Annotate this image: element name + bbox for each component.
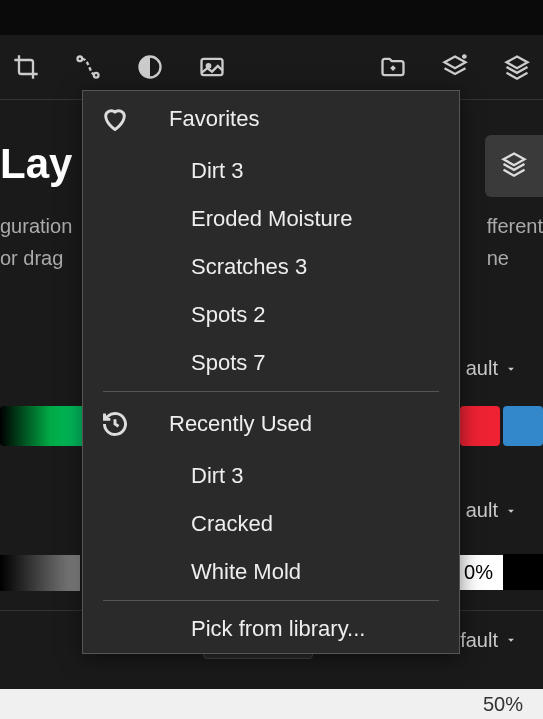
timeline-bar[interactable]: 50%: [0, 689, 543, 719]
gray-gradient[interactable]: [0, 555, 80, 591]
crop-icon[interactable]: [10, 51, 42, 83]
menu-item-white-mold[interactable]: White Mold: [83, 548, 459, 596]
resource-picker-menu: Favorites Dirt 3 Eroded Moisture Scratch…: [82, 90, 460, 654]
menu-item-dirt3[interactable]: Dirt 3: [83, 147, 459, 195]
page-title: Lay: [0, 140, 72, 188]
heart-icon: [101, 105, 129, 133]
page-subtitle-right: fferent ne: [487, 210, 543, 274]
page-subtitle-left: guration or drag: [0, 210, 72, 274]
folder-add-icon[interactable]: [377, 51, 409, 83]
preset-select-1[interactable]: ault: [456, 352, 528, 385]
layers-icon[interactable]: [501, 51, 533, 83]
menu-item-spots2[interactable]: Spots 2: [83, 291, 459, 339]
history-icon: [101, 410, 129, 438]
layers-add-icon[interactable]: [439, 51, 471, 83]
favorites-header: Favorites: [83, 91, 459, 147]
svg-point-0: [78, 57, 83, 62]
menu-item-recent-dirt3[interactable]: Dirt 3: [83, 452, 459, 500]
image-add-icon[interactable]: [196, 51, 228, 83]
path-icon[interactable]: [72, 51, 104, 83]
swatch-blue[interactable]: [503, 406, 543, 446]
favorites-label: Favorites: [169, 106, 259, 132]
menu-item-eroded-moisture[interactable]: Eroded Moisture: [83, 195, 459, 243]
recent-label: Recently Used: [169, 411, 312, 437]
menu-item-spots7[interactable]: Spots 7: [83, 339, 459, 387]
menu-divider: [103, 391, 439, 392]
menu-item-scratches3[interactable]: Scratches 3: [83, 243, 459, 291]
menu-item-cracked[interactable]: Cracked: [83, 500, 459, 548]
recent-header: Recently Used: [83, 396, 459, 452]
opacity-value[interactable]: 0%: [454, 555, 503, 590]
contrast-icon[interactable]: [134, 51, 166, 83]
color-well-black[interactable]: [503, 554, 543, 590]
timeline-value: 50%: [483, 693, 523, 716]
window-titlebar: [0, 0, 543, 35]
menu-item-pick-library[interactable]: Pick from library...: [83, 605, 459, 653]
active-panel-button[interactable]: [485, 135, 543, 197]
color-swatches: [460, 406, 543, 446]
menu-divider-2: [103, 600, 439, 601]
preset-select-2[interactable]: ault: [456, 494, 528, 527]
opacity-row: 0%: [454, 554, 543, 590]
swatch-magenta[interactable]: [460, 406, 500, 446]
